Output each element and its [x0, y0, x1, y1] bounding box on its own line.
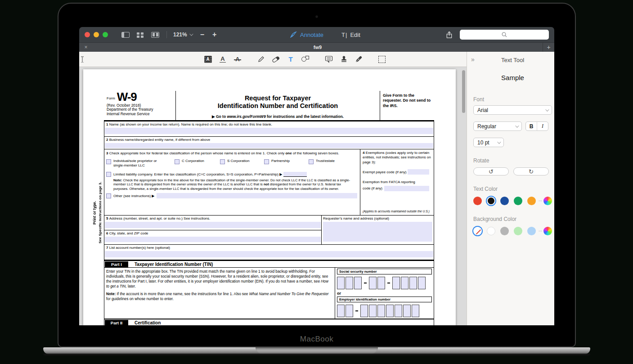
zoom-out-button[interactable]: −	[200, 31, 204, 39]
text-tool-sidebar: » Text Tool Sample Font Arial Regular	[467, 52, 554, 325]
underline-icon: A	[220, 56, 225, 63]
shapes-tool[interactable]	[301, 54, 310, 64]
background-color-swatches	[473, 227, 552, 235]
see-instructions-label: See Specific Instructions on page 3.	[98, 144, 104, 282]
checkbox-llc[interactable]	[106, 172, 111, 177]
background-color-wheel[interactable]	[543, 227, 552, 235]
rotate-counterclockwise-button[interactable]: ↺	[473, 167, 509, 175]
tab-close-button[interactable]: ×	[79, 44, 93, 50]
comment-icon	[325, 55, 333, 63]
background-color-white[interactable]	[487, 227, 495, 235]
toolbar-right-group	[446, 30, 549, 40]
pdf-app-window: 121% − + Annotate T| Edit	[79, 27, 554, 325]
tab-title[interactable]: fw9	[93, 45, 543, 50]
part1-label: Part I	[105, 261, 128, 267]
fatca-code-input[interactable]	[384, 186, 429, 191]
requester-label: Requester’s name and address (optional)	[323, 216, 432, 220]
ssn-label: Social security number	[337, 269, 432, 274]
font-size-select[interactable]: 10 pt	[473, 138, 504, 147]
toolbar-drag-handle[interactable]	[82, 56, 83, 63]
exemptions-label: Exemptions (codes apply only to certain …	[363, 151, 431, 164]
llc-classification-input[interactable]	[283, 172, 307, 177]
document-viewport[interactable]: Print or type. See Specific Instructions…	[79, 67, 467, 325]
tab-bar: × fw9 +	[79, 42, 554, 52]
select-marquee-tool[interactable]	[377, 54, 386, 64]
account-numbers-input[interactable]	[105, 251, 433, 257]
font-family-select[interactable]: Arial	[473, 105, 552, 115]
other-input-field[interactable]	[157, 193, 357, 198]
checkbox-trust-estate[interactable]	[309, 159, 314, 164]
checkbox-partnership[interactable]	[264, 159, 269, 164]
zoom-in-button[interactable]: +	[212, 31, 216, 39]
rotate-clockwise-button[interactable]: ↻	[513, 167, 549, 175]
two-page-view-icon[interactable]	[151, 32, 159, 38]
pdf-page[interactable]: Print or type. See Specific Instructions…	[83, 69, 456, 325]
strikethrough-text-tool[interactable]: A	[233, 54, 242, 64]
address-input-field[interactable]	[105, 222, 321, 228]
eraser-tool[interactable]	[271, 54, 280, 64]
ein-boxes[interactable]	[337, 305, 432, 317]
close-window-button[interactable]	[85, 32, 90, 37]
bold-button[interactable]: B	[526, 122, 537, 130]
background-color-blue[interactable]	[527, 227, 536, 235]
rotate-ccw-icon: ↺	[489, 169, 494, 175]
checkbox-individual[interactable]	[106, 159, 111, 164]
checkbox-c-corporation[interactable]	[175, 159, 180, 164]
share-icon[interactable]	[446, 31, 453, 39]
zoom-window-button[interactable]	[103, 32, 108, 37]
collapse-sidebar-button[interactable]: »	[471, 56, 475, 63]
tin-entry-cell: Social security number	[335, 268, 434, 319]
line2-label: Business name/disregarded entity name, i…	[109, 138, 210, 142]
annotation-tools: A A A	[79, 54, 392, 64]
w9-form: Print or type. See Specific Instructions…	[104, 91, 434, 325]
italic-button[interactable]: I	[537, 122, 548, 130]
text-color-red[interactable]	[473, 197, 482, 205]
requester-input-field[interactable]	[323, 222, 432, 242]
comment-tool[interactable]	[324, 54, 333, 64]
mode-switcher: Annotate T| Edit	[290, 27, 360, 42]
text-sample-preview: Sample	[473, 74, 552, 81]
city-state-zip-input[interactable]	[105, 237, 321, 242]
text-tool-active[interactable]: T	[286, 54, 295, 64]
print-or-type-label: Print or type.	[92, 144, 98, 282]
form-lines-5-6: 5 Address (number, street, and apt. or s…	[104, 216, 434, 245]
checkbox-s-corporation[interactable]	[220, 159, 225, 164]
highlight-text-tool[interactable]: A	[203, 54, 212, 64]
applies-note: (Applies to accounts maintained outside …	[363, 210, 430, 214]
sidebar-panel-icon[interactable]	[121, 32, 130, 38]
name-input-field[interactable]	[105, 128, 433, 134]
annotate-mode-button[interactable]: Annotate	[290, 31, 323, 38]
fountain-pen-icon	[355, 55, 363, 63]
text-color-wheel[interactable]	[543, 197, 552, 205]
zoom-level-control[interactable]: 121%	[173, 31, 192, 38]
edit-mode-button[interactable]: T| Edit	[341, 31, 360, 38]
text-color-blue[interactable]	[500, 197, 509, 205]
vertical-scrollbar[interactable]	[462, 70, 465, 113]
ssn-boxes[interactable]	[337, 277, 432, 289]
signature-tool[interactable]	[354, 54, 363, 64]
exempt-payee-input[interactable]	[408, 169, 429, 175]
business-name-input-field[interactable]	[105, 143, 433, 148]
text-color-swatches	[473, 197, 552, 205]
font-style-select[interactable]: Regular	[473, 121, 522, 131]
background-color-green[interactable]	[514, 227, 522, 235]
text-color-green[interactable]	[514, 197, 522, 205]
new-tab-button[interactable]: +	[543, 43, 554, 52]
shapes-icon	[301, 56, 310, 63]
checkbox-other[interactable]	[106, 193, 111, 198]
llc-note: Note: Check the appropriate box in the l…	[113, 178, 356, 192]
text-color-black-selected[interactable]	[487, 197, 495, 205]
minimize-window-button[interactable]	[94, 32, 99, 37]
eraser-icon	[272, 56, 280, 63]
background-color-gray[interactable]	[500, 227, 509, 235]
chevron-down-icon	[189, 32, 193, 36]
thumbnail-grid-icon[interactable]	[136, 32, 144, 38]
pencil-tool[interactable]	[256, 54, 265, 64]
text-color-orange[interactable]	[527, 197, 536, 205]
background-color-none-selected[interactable]	[473, 227, 482, 235]
zoom-level-value: 121%	[173, 31, 187, 38]
stamp-tool[interactable]	[339, 54, 348, 64]
quill-icon	[290, 31, 297, 38]
chevron-down-icon	[515, 124, 519, 127]
underline-text-tool[interactable]: A	[218, 54, 227, 64]
